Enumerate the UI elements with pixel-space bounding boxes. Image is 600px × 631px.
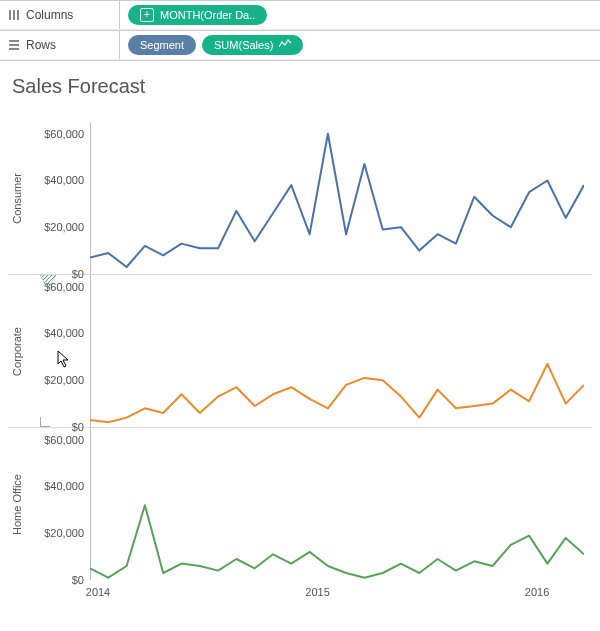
line-chart (90, 122, 584, 274)
svg-rect-4 (9, 44, 19, 46)
pill-label: Segment (140, 39, 184, 51)
line-chart (90, 428, 584, 580)
expand-icon: + (140, 8, 154, 22)
rows-icon (8, 39, 20, 51)
segment-label: Home Office (8, 428, 26, 580)
series-line (90, 364, 584, 422)
y-tick: $60,000 (44, 128, 84, 140)
series-line (90, 134, 584, 267)
y-tick: $40,000 (44, 327, 84, 339)
panel-corporate: Corporate$60,000$40,000$20,000$0 (8, 274, 592, 427)
line-chart (90, 275, 584, 427)
series-line (90, 505, 584, 578)
chart-title: Sales Forecast (0, 61, 600, 104)
forecast-icon (279, 39, 291, 51)
segment-label: Corporate (8, 275, 26, 427)
columns-shelf-label: Columns (0, 1, 120, 29)
crop-mark-icon (40, 415, 52, 427)
y-axis: $60,000$40,000$20,000$0 (26, 275, 90, 427)
y-tick: $40,000 (44, 480, 84, 492)
pill-label: SUM(Sales) (214, 39, 273, 51)
svg-rect-0 (9, 10, 11, 20)
rows-label-text: Rows (26, 38, 56, 52)
y-tick: $20,000 (44, 374, 84, 386)
y-tick: $0 (72, 574, 84, 586)
svg-rect-5 (9, 48, 19, 50)
plot-area[interactable] (90, 428, 592, 580)
plot-area[interactable] (90, 122, 592, 274)
y-tick: $60,000 (44, 434, 84, 446)
svg-rect-3 (9, 40, 19, 42)
forecast-indicator-icon (40, 275, 56, 289)
rows-shelf[interactable]: Rows Segment SUM(Sales) (0, 30, 600, 60)
y-axis: $60,000$40,000$20,000$0 (26, 428, 90, 580)
x-tick: 2014 (86, 586, 110, 598)
segment-label: Consumer (8, 122, 26, 274)
x-axis: 201420152016 (98, 580, 592, 616)
y-tick: $20,000 (44, 527, 84, 539)
pill-label: MONTH(Order Da.. (160, 9, 255, 21)
columns-label-text: Columns (26, 8, 73, 22)
columns-icon (8, 9, 20, 21)
viz-area: Consumer$60,000$40,000$20,000$0Corporate… (0, 104, 600, 616)
y-tick: $20,000 (44, 221, 84, 233)
rows-pill-segment[interactable]: Segment (128, 35, 196, 55)
x-tick: 2015 (305, 586, 329, 598)
columns-shelf[interactable]: Columns + MONTH(Order Da.. (0, 0, 600, 30)
svg-rect-2 (17, 10, 19, 20)
y-tick: $40,000 (44, 174, 84, 186)
panel-consumer: Consumer$60,000$40,000$20,000$0 (8, 122, 592, 274)
svg-rect-1 (13, 10, 15, 20)
rows-pill-sales[interactable]: SUM(Sales) (202, 35, 303, 55)
rows-shelf-label: Rows (0, 31, 120, 59)
svg-marker-6 (40, 275, 56, 289)
x-tick: 2016 (525, 586, 549, 598)
shelves: Columns + MONTH(Order Da.. Rows Segment … (0, 0, 600, 61)
columns-pill-month[interactable]: + MONTH(Order Da.. (128, 5, 267, 25)
y-axis: $60,000$40,000$20,000$0 (26, 122, 90, 274)
panel-home-office: Home Office$60,000$40,000$20,000$0 (8, 427, 592, 580)
plot-area[interactable] (90, 275, 592, 427)
